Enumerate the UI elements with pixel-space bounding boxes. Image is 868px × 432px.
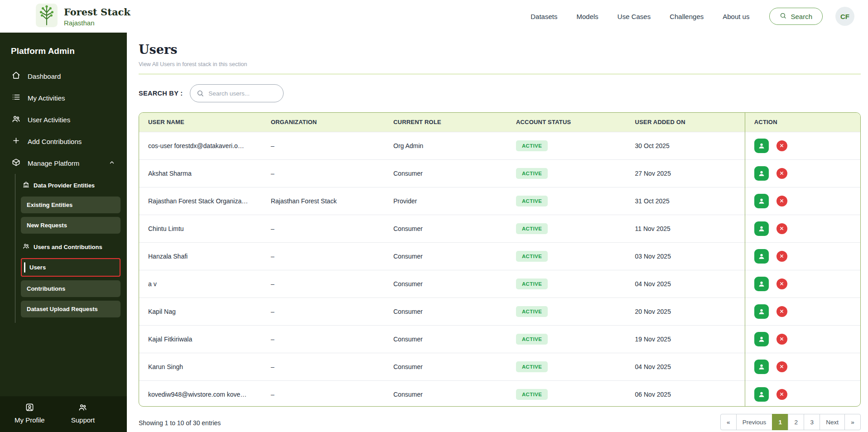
pagination-page-2-button[interactable]: 2 <box>788 414 804 430</box>
green-divider <box>139 74 861 74</box>
status-cell: ACTIVE <box>507 353 626 380</box>
app-shell: Platform Admin Dashboard My Activities U… <box>0 33 868 432</box>
header-action: ACTION <box>745 113 860 132</box>
global-search-button[interactable]: Search <box>769 8 823 25</box>
brand-name: Forest Stack <box>64 6 130 18</box>
table-row[interactable]: kovediw948@wivstore.com kove… – Consumer… <box>139 380 860 407</box>
status-badge: ACTIVE <box>516 389 548 400</box>
user-name-cell: Rajasthan Forest Stack Organiza… <box>139 187 262 215</box>
support-button[interactable]: Support <box>71 403 95 424</box>
close-icon <box>779 198 784 203</box>
pagination-last-button[interactable]: » <box>844 414 861 430</box>
my-profile-button[interactable]: My Profile <box>14 403 45 424</box>
nav-link-about-us[interactable]: About us <box>723 13 749 20</box>
deactivate-user-button[interactable] <box>776 140 787 151</box>
users-table: USER NAME ORGANIZATION CURRENT ROLE ACCO… <box>139 112 861 407</box>
person-icon <box>757 390 766 398</box>
user-name-cell: Kapil Nag <box>139 298 262 325</box>
view-user-button[interactable] <box>754 332 769 346</box>
support-people-icon <box>78 403 87 413</box>
added-on-cell: 04 Nov 2025 <box>626 353 745 380</box>
pagination-page-1-button[interactable]: 1 <box>772 414 788 430</box>
submenu-item-users-selected[interactable]: Users <box>21 258 121 277</box>
submenu-item-contributions[interactable]: Contributions <box>21 280 121 297</box>
deactivate-user-button[interactable] <box>776 196 787 206</box>
search-box <box>190 84 284 102</box>
header-current-role: CURRENT ROLE <box>384 113 507 132</box>
organization-cell: – <box>262 132 385 159</box>
role-cell: Consumer <box>384 380 507 407</box>
search-users-input[interactable] <box>190 84 284 102</box>
pagination-next-button[interactable]: Next <box>820 414 845 430</box>
sidebar-item-label: Manage Platform <box>28 159 79 167</box>
table-row[interactable]: Hanzala Shafi – Consumer ACTIVE 03 Nov 2… <box>139 242 860 270</box>
view-user-button[interactable] <box>754 277 769 291</box>
view-user-button[interactable] <box>754 249 769 264</box>
sidebar: Platform Admin Dashboard My Activities U… <box>0 33 127 432</box>
table-row[interactable]: Chintu Limtu – Consumer ACTIVE 11 Nov 20… <box>139 215 860 242</box>
user-name-cell: cos-user forestdx@datakaveri.o… <box>139 132 262 159</box>
table-row[interactable]: Kajal Fitkiriwala – Consumer ACTIVE 19 N… <box>139 325 860 353</box>
deactivate-user-button[interactable] <box>776 223 787 234</box>
view-user-button[interactable] <box>754 139 769 153</box>
sidebar-title: Platform Admin <box>0 33 127 65</box>
showing-entries-label: Showing 1 to 10 of 30 entries <box>139 419 221 430</box>
person-icon <box>757 142 766 150</box>
brand-logo[interactable]: Forest Stack Rajasthan <box>35 3 130 29</box>
deactivate-user-button[interactable] <box>776 251 787 262</box>
role-cell: Org Admin <box>384 132 507 159</box>
sidebar-item-label: My Activities <box>28 94 65 102</box>
sidebar-item-dashboard[interactable]: Dashboard <box>0 65 127 87</box>
sidebar-item-user-activities[interactable]: User Activities <box>0 109 127 130</box>
sidebar-item-add-contributions[interactable]: Add Contributions <box>0 130 127 152</box>
close-icon <box>779 364 784 369</box>
nav-link-datasets[interactable]: Datasets <box>530 13 557 20</box>
pagination-first-button[interactable]: « <box>720 414 737 430</box>
status-badge: ACTIVE <box>516 223 548 234</box>
view-user-button[interactable] <box>754 387 769 402</box>
deactivate-user-button[interactable] <box>776 334 787 345</box>
sidebar-item-my-activities[interactable]: My Activities <box>0 87 127 109</box>
deactivate-user-button[interactable] <box>776 389 787 400</box>
deactivate-user-button[interactable] <box>776 306 787 317</box>
added-on-cell: 19 Nov 2025 <box>626 325 745 353</box>
nav-link-use-cases[interactable]: Use Cases <box>617 13 651 20</box>
nav-link-challenges[interactable]: Challenges <box>670 13 704 20</box>
submenu-item-new-requests[interactable]: New Requests <box>21 217 121 234</box>
view-user-button[interactable] <box>754 221 769 236</box>
submenu-item-existing-entities[interactable]: Existing Entities <box>21 197 121 213</box>
person-icon <box>757 335 766 343</box>
role-cell: Consumer <box>384 298 507 325</box>
table-row[interactable]: Karun Singh – Consumer ACTIVE 04 Nov 202… <box>139 353 860 380</box>
role-cell: Consumer <box>384 215 507 242</box>
view-user-button[interactable] <box>754 304 769 319</box>
submenu-header-users-and-contributions: Users and Contributions <box>21 237 121 254</box>
pagination-previous-button[interactable]: Previous <box>736 414 773 430</box>
view-user-button[interactable] <box>754 166 769 181</box>
nav-link-models[interactable]: Models <box>576 13 598 20</box>
submenu-item-dataset-upload-requests[interactable]: Dataset Upload Requests <box>21 301 121 317</box>
pagination-page-3-button[interactable]: 3 <box>804 414 820 430</box>
table-row[interactable]: a v – Consumer ACTIVE 04 Nov 2025 <box>139 270 860 298</box>
table-row[interactable]: Akshat Sharma – Consumer ACTIVE 27 Nov 2… <box>139 159 860 187</box>
user-avatar[interactable]: CF <box>835 7 854 26</box>
sidebar-item-label: Dashboard <box>28 72 61 80</box>
view-user-button[interactable] <box>754 194 769 208</box>
person-icon <box>757 280 766 288</box>
deactivate-user-button[interactable] <box>776 168 787 179</box>
deactivate-user-button[interactable] <box>776 361 787 372</box>
header-user-name: USER NAME <box>139 113 262 132</box>
organization-cell: – <box>262 353 385 380</box>
sidebar-item-manage-platform[interactable]: Manage Platform <box>0 152 127 174</box>
added-on-cell: 20 Nov 2025 <box>626 298 745 325</box>
user-name-cell: Karun Singh <box>139 353 262 380</box>
organization-cell: – <box>262 298 385 325</box>
person-icon <box>757 252 766 260</box>
view-user-button[interactable] <box>754 360 769 374</box>
table-row[interactable]: cos-user forestdx@datakaveri.o… – Org Ad… <box>139 132 860 159</box>
deactivate-user-button[interactable] <box>776 278 787 289</box>
role-cell: Consumer <box>384 270 507 298</box>
search-label: Search <box>791 13 812 20</box>
table-row[interactable]: Kapil Nag – Consumer ACTIVE 20 Nov 2025 <box>139 298 860 325</box>
table-row[interactable]: Rajasthan Forest Stack Organiza… Rajasth… <box>139 187 860 215</box>
